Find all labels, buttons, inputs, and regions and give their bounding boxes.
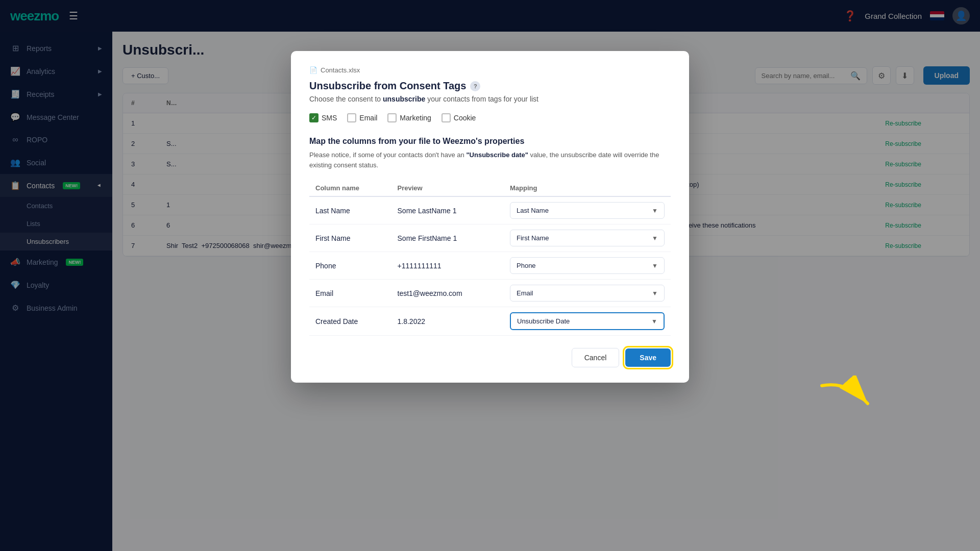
chevron-down-icon: ▼	[652, 290, 658, 297]
file-breadcrumb: 📄 Contacts.xlsx	[309, 66, 671, 74]
email-checkbox[interactable]	[347, 113, 356, 122]
modal-overlay: 📄 Contacts.xlsx Unsubscribe from Consent…	[0, 0, 980, 551]
consent-tag-marketing[interactable]: Marketing	[387, 113, 431, 122]
modal-footer: Cancel Save	[309, 348, 671, 367]
mapping-row: Created Date 1.8.2022 Unsubscribe Date ▼	[309, 307, 671, 336]
cancel-button[interactable]: Cancel	[572, 348, 620, 367]
mapping-dropdown-last-name[interactable]: Last Name ▼	[510, 202, 665, 219]
mapping-row: First Name Some FirstName 1 First Name ▼	[309, 224, 671, 252]
map-columns-desc: Please notice, if some of your contacts …	[309, 150, 671, 170]
mapping-row: Last Name Some LastName 1 Last Name ▼	[309, 196, 671, 224]
mapping-dropdown-email[interactable]: Email ▼	[510, 285, 665, 302]
map-columns-title: Map the columns from your file to Weezmo…	[309, 137, 671, 146]
chevron-down-icon: ▼	[652, 235, 658, 242]
mapping-dropdown-first-name[interactable]: First Name ▼	[510, 230, 665, 246]
marketing-checkbox[interactable]	[387, 113, 397, 122]
sms-checkbox[interactable]: ✓	[309, 113, 318, 122]
consent-tag-cookie[interactable]: Cookie	[442, 113, 476, 122]
consent-tag-email[interactable]: Email	[347, 113, 377, 122]
cookie-checkbox[interactable]	[442, 113, 451, 122]
mapping-row: Phone +1111111111 Phone ▼	[309, 252, 671, 280]
consent-tags-row: ✓ SMS Email Marketing Cookie	[309, 113, 671, 122]
chevron-down-icon: ▼	[652, 207, 658, 214]
file-icon: 📄	[309, 66, 317, 74]
save-button[interactable]: Save	[625, 348, 671, 367]
col-preview: Preview	[391, 180, 504, 196]
mapping-table: Column name Preview Mapping Last Name So…	[309, 180, 671, 336]
upload-modal: 📄 Contacts.xlsx Unsubscribe from Consent…	[291, 51, 689, 383]
modal-help-icon[interactable]: ?	[470, 81, 480, 91]
mapping-dropdown-created-date[interactable]: Unsubscribe Date ▼	[510, 312, 665, 330]
mapping-dropdown-phone[interactable]: Phone ▼	[510, 257, 665, 274]
chevron-down-icon: ▼	[651, 318, 657, 325]
col-mapping: Mapping	[504, 180, 671, 196]
col-column-name: Column name	[309, 180, 391, 196]
chevron-down-icon: ▼	[652, 262, 658, 269]
mapping-row: Email test1@weezmo.com Email ▼	[309, 280, 671, 307]
consent-tag-sms[interactable]: ✓ SMS	[309, 113, 337, 122]
modal-subtitle: Choose the consent to unsubscribe your c…	[309, 95, 671, 103]
modal-title: Unsubscribe from Consent Tags ?	[309, 80, 671, 92]
